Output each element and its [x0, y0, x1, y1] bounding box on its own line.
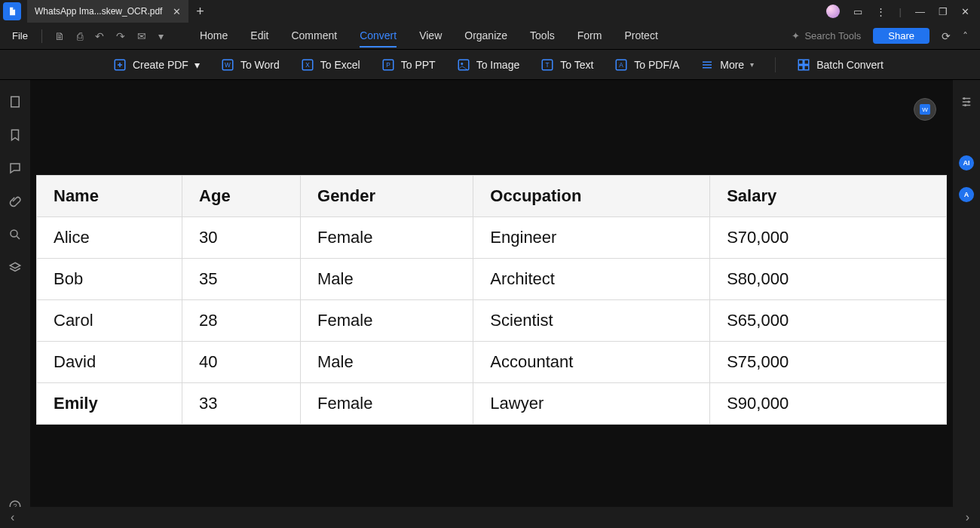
cell-gender: Female [301, 217, 473, 259]
attachments-icon[interactable] [8, 195, 22, 208]
plus-box-icon [113, 58, 127, 72]
collapse-ribbon-icon[interactable]: ˄ [963, 30, 968, 42]
search-tools[interactable]: ✦ Search Tools [792, 30, 861, 41]
save-icon[interactable]: 🗎 [54, 30, 65, 42]
table-row: Carol28FemaleScientistS65,000 [37, 300, 947, 342]
to-text-button[interactable]: T To Text [541, 58, 593, 72]
ppt-icon: P [381, 58, 395, 72]
cell-gender: Female [301, 300, 473, 342]
close-window-icon[interactable]: ✕ [961, 6, 969, 17]
undo-icon[interactable]: ↶ [95, 30, 104, 42]
to-ppt-button[interactable]: P To PPT [381, 58, 436, 72]
menu-item-view[interactable]: View [419, 25, 442, 48]
svg-text:X: X [305, 62, 310, 69]
menu-item-protect[interactable]: Protect [624, 25, 657, 48]
menu-item-form[interactable]: Form [577, 25, 602, 48]
bookmarks-icon[interactable] [8, 128, 22, 142]
sidebar-right: AI A [953, 80, 980, 528]
minimize-icon[interactable]: ― [915, 6, 925, 17]
menu-item-organize[interactable]: Organize [464, 25, 507, 48]
svg-rect-14 [804, 60, 809, 64]
lightbulb-icon: ✦ [792, 30, 800, 41]
ai-badge[interactable]: AI [959, 155, 974, 170]
search-tools-label: Search Tools [804, 30, 861, 41]
word-icon: W [221, 58, 234, 72]
batch-icon [797, 58, 810, 72]
tab-title: WhatsApp Ima...skew_OCR.pdf [35, 6, 162, 17]
cell-age: 30 [182, 217, 301, 259]
column-header: Gender [301, 176, 473, 217]
translate-badge[interactable]: A [959, 187, 974, 202]
kebab-menu-icon[interactable]: ⋮ [876, 6, 886, 17]
svg-point-18 [11, 230, 17, 237]
to-excel-button[interactable]: X To Excel [301, 58, 360, 72]
cell-occupation: Architect [473, 259, 710, 300]
cell-name: Alice [37, 217, 182, 259]
cell-name: Carol [37, 300, 182, 342]
file-menu[interactable]: File [5, 30, 35, 41]
quick-dropdown-icon[interactable]: ▾ [158, 30, 164, 42]
sync-icon[interactable]: ⟳ [942, 30, 951, 42]
menu-item-comment[interactable]: Comment [291, 25, 337, 48]
cell-salary: S70,000 [710, 217, 947, 259]
cell-name: Emily [37, 383, 182, 425]
sliders-icon[interactable] [960, 95, 973, 109]
cell-age: 40 [182, 342, 301, 383]
maximize-icon[interactable]: ❐ [939, 6, 948, 17]
to-word-button[interactable]: W To Word [221, 58, 280, 72]
image-icon [457, 58, 470, 72]
new-tab-button[interactable]: + [188, 4, 211, 20]
print-icon[interactable]: ⎙ [77, 30, 83, 42]
excel-icon: X [301, 58, 314, 72]
chat-icon[interactable]: ▭ [853, 6, 862, 17]
cell-gender: Male [301, 342, 473, 383]
mail-icon[interactable]: ✉ [137, 30, 146, 42]
more-icon [700, 58, 714, 72]
window-controls: ▭ ⋮ | ― ❐ ✕ [826, 5, 980, 18]
svg-rect-15 [798, 65, 803, 69]
pdf-page: NameAgeGenderOccupationSalary Alice30Fem… [36, 175, 947, 425]
bottombar: ‹ › [0, 507, 980, 528]
column-header: Salary [710, 176, 947, 217]
next-page-icon[interactable]: › [966, 511, 980, 524]
layers-icon[interactable] [8, 261, 22, 275]
more-button[interactable]: More▾ [700, 58, 754, 72]
comments-icon[interactable] [8, 161, 22, 175]
redo-icon[interactable]: ↷ [116, 30, 125, 42]
prev-page-icon[interactable]: ‹ [0, 511, 14, 524]
menubar: File 🗎 ⎙ ↶ ↷ ✉ ▾ HomeEditCommentConvertV… [0, 23, 980, 50]
svg-text:A: A [620, 62, 624, 69]
to-pdfa-button[interactable]: A To PDF/A [614, 58, 679, 72]
menu-item-edit[interactable]: Edit [250, 25, 268, 48]
text-icon: T [541, 58, 554, 72]
menu-item-home[interactable]: Home [200, 25, 228, 48]
user-avatar[interactable] [826, 5, 840, 18]
table-row: Bob35MaleArchitectS80,000 [37, 259, 947, 300]
table-row: David40MaleAccountantS75,000 [37, 342, 947, 383]
cell-age: 35 [182, 259, 301, 300]
svg-point-22 [968, 101, 970, 103]
thumbnails-icon[interactable] [8, 95, 22, 109]
menu-item-tools[interactable]: Tools [530, 25, 555, 48]
cell-salary: S80,000 [710, 259, 947, 300]
cell-age: 28 [182, 300, 301, 342]
svg-rect-7 [458, 60, 469, 70]
search-icon[interactable] [8, 228, 22, 241]
app-logo-icon [3, 2, 21, 20]
document-tab[interactable]: WhatsApp Ima...skew_OCR.pdf ✕ [27, 0, 188, 23]
svg-text:W: W [225, 62, 231, 69]
cell-occupation: Accountant [473, 342, 710, 383]
cell-occupation: Scientist [473, 300, 710, 342]
share-button[interactable]: Share [873, 28, 929, 44]
batch-convert-button[interactable]: Batch Convert [797, 58, 884, 72]
close-tab-icon[interactable]: ✕ [173, 6, 181, 17]
menu-item-convert[interactable]: Convert [360, 25, 397, 48]
to-image-button[interactable]: To Image [457, 58, 520, 72]
floating-word-button[interactable]: W [914, 98, 936, 121]
cell-salary: S65,000 [710, 300, 947, 342]
cell-gender: Female [301, 383, 473, 425]
document-canvas[interactable]: W NameAgeGenderOccupationSalary Alice30F… [30, 80, 953, 528]
cell-occupation: Engineer [473, 217, 710, 259]
create-pdf-button[interactable]: Create PDF▾ [113, 58, 200, 72]
cell-age: 33 [182, 383, 301, 425]
